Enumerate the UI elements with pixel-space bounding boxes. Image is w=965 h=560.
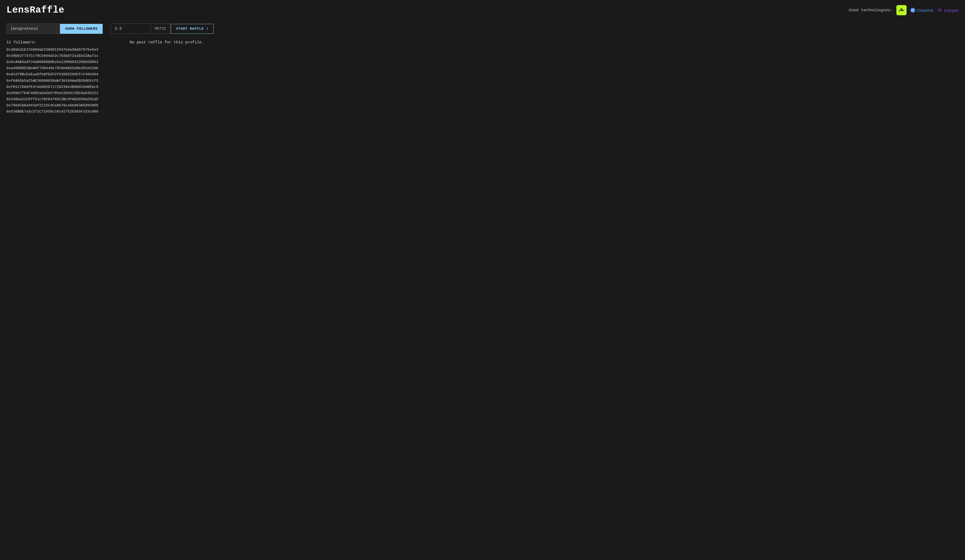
list-item: 0x01d79BcEaEaaDfb8fD2F2f53005289CFcF4834… — [7, 71, 119, 77]
svg-point-1 — [901, 9, 902, 10]
left-controls: SHOW FOLLOWERS — [7, 24, 103, 34]
start-raffle-button[interactable]: START RAFFLE ! — [171, 24, 213, 34]
raffle-history-section: No past raffle for this profile. — [130, 39, 958, 44]
tech-label: Used technologies: — [849, 8, 893, 13]
polygon-badge: polygon — [937, 7, 958, 13]
lens-logo-icon — [896, 5, 906, 15]
app-title: LensRaffle — [7, 5, 64, 16]
list-item: 0x3A5bd1E37b099aE3386D13947b6a90d97675e5… — [7, 47, 119, 53]
list-item: 0x7084C8A2943df2115C4Ca9b70ce6b963A59939… — [7, 102, 119, 109]
amount-input[interactable] — [111, 24, 151, 34]
followers-section: 11 followers: 0x3A5bd1E37b099aE3386D1394… — [7, 40, 119, 115]
chainlink-badge: ⬡ Chainlink — [910, 8, 933, 13]
top-controls: SHOW FOLLOWERS MATIC START RAFFLE ! — [7, 24, 958, 34]
list-item: 0x6cA6B4a9f34d0606880Ee5a12060025288b5D8… — [7, 59, 119, 65]
list-item: 0x268d77D4F480Ca6a5b5785eC2E8413DC9a6452… — [7, 90, 119, 96]
main-content: SHOW FOLLOWERS MATIC START RAFFLE ! 11 f… — [0, 20, 965, 118]
list-item: 0xf011768dfE47eb9D2071729238e3B80029d8Eb… — [7, 84, 119, 90]
list-item: 0x536B0E7a5c571C71650c28142752E685F333c8… — [7, 109, 119, 115]
two-col-layout: 11 followers: 0x3A5bd1E37b099aE3386D1394… — [7, 39, 958, 115]
profile-input[interactable] — [7, 24, 60, 34]
show-followers-button[interactable]: SHOW FOLLOWERS — [60, 24, 103, 34]
chainlink-icon: ⬡ — [910, 8, 915, 13]
followers-header: 11 followers: — [7, 40, 119, 44]
right-controls: MATIC START RAFFLE ! — [111, 24, 213, 34]
list-item: 0x248ba21F6ff51cf0CD4765C3Bc9fAD2030a591… — [7, 96, 119, 102]
polygon-icon — [937, 7, 943, 13]
list-item: 0xa408DDD1BeA8f798449e79C0e8A25d8b301e52… — [7, 65, 119, 71]
app-header: LensRaffle Used technologies: ⬡ Chainlin… — [0, 0, 965, 20]
list-item: 0xf6885b5aC5AE36689038dAf30184AeEB266E61… — [7, 78, 119, 84]
polygon-label: polygon — [944, 8, 958, 13]
list-item: 0x39D637737Cc76C5849a52c7D3b872a1Eb22Aa7… — [7, 53, 119, 59]
matic-label: MATIC — [151, 24, 170, 34]
tech-section: Used technologies: ⬡ Chainlink polygon — [849, 5, 958, 15]
no-raffle-text: No past raffle for this profile. — [130, 40, 958, 44]
followers-list: 0x3A5bd1E37b099aE3386D13947b6a90d97675e5… — [7, 47, 119, 115]
chainlink-label: Chainlink — [916, 8, 933, 13]
